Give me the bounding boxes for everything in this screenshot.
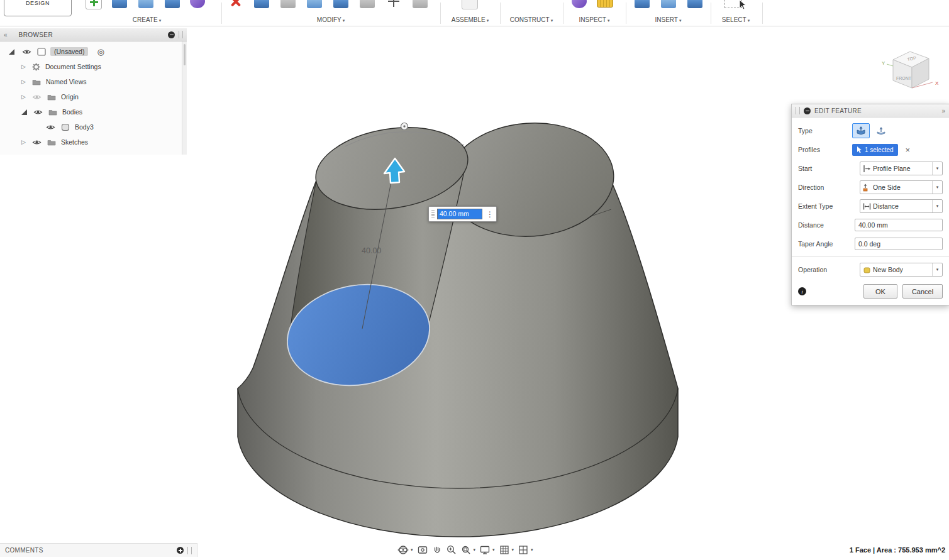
toolbar-separator: [711, 3, 711, 24]
profiles-selected-chip[interactable]: 1 selected: [852, 144, 898, 156]
create-menu[interactable]: CREATE▾: [72, 16, 221, 23]
comments-bar[interactable]: COMMENTS: [0, 543, 197, 557]
delete-icon[interactable]: [228, 0, 243, 8]
visibility-eye-hidden-icon[interactable]: [32, 94, 42, 101]
sphere-icon[interactable]: [190, 0, 205, 8]
tree-row-origin[interactable]: ▷ Origin: [0, 89, 187, 104]
taper-angle-input[interactable]: 0.0 deg: [855, 238, 943, 250]
offset-face-icon[interactable]: [360, 0, 375, 8]
inspect-menu[interactable]: INSPECT▾: [563, 16, 626, 23]
ruler-icon[interactable]: [597, 0, 613, 8]
expander-open-icon[interactable]: [9, 49, 14, 55]
dimension-input[interactable]: 40.00 mm: [437, 209, 482, 219]
viewports-icon[interactable]: [518, 544, 529, 556]
panel-grip-icon[interactable]: [179, 31, 183, 38]
joint-icon[interactable]: [462, 0, 478, 9]
distance-label: Distance: [798, 221, 848, 229]
combine-icon[interactable]: [333, 0, 348, 8]
minimize-browser-icon[interactable]: [168, 31, 175, 38]
tree-row-body3[interactable]: Body3: [0, 119, 187, 135]
type-extrude-button[interactable]: [852, 123, 870, 138]
start-select[interactable]: Profile Plane ▾: [860, 162, 943, 175]
display-settings-icon[interactable]: [479, 544, 491, 556]
cancel-button[interactable]: Cancel: [902, 284, 943, 299]
look-at-icon[interactable]: [417, 544, 428, 556]
extrude-icon[interactable]: [112, 0, 127, 8]
collapse-panel-icon[interactable]: «: [4, 31, 8, 38]
orbit-icon[interactable]: [397, 544, 409, 556]
visibility-eye-icon[interactable]: [22, 48, 31, 55]
tree-row-bodies[interactable]: Bodies: [0, 104, 187, 119]
capture-position-icon[interactable]: ◎: [97, 47, 104, 57]
view-cube[interactable]: TOP FRONT X Y: [877, 35, 949, 101]
expander-closed-icon[interactable]: ▷: [21, 79, 26, 85]
expand-dialog-icon[interactable]: »: [941, 107, 945, 114]
shell-icon[interactable]: [280, 0, 296, 8]
assemble-menu[interactable]: ASSEMBLE▾: [440, 16, 500, 23]
fit-view-icon[interactable]: [460, 544, 472, 556]
dialog-grip-icon[interactable]: [796, 107, 800, 114]
chevron-down-icon[interactable]: ▾: [411, 547, 413, 552]
clear-selection-icon[interactable]: ×: [906, 145, 911, 155]
insert-mesh-icon[interactable]: [635, 0, 650, 8]
visibility-eye-icon[interactable]: [33, 109, 43, 116]
align-icon[interactable]: [413, 0, 428, 8]
body-icon: [61, 123, 70, 131]
distance-input[interactable]: 40.00 mm: [855, 219, 943, 231]
grid-snap-icon[interactable]: [499, 544, 510, 556]
fillet-icon[interactable]: [307, 0, 322, 8]
type-thin-extrude-button[interactable]: [872, 123, 890, 138]
move-copy-icon[interactable]: [386, 0, 401, 8]
dialog-header[interactable]: EDIT FEATURE »: [792, 104, 949, 118]
cursor-icon[interactable]: [738, 0, 747, 10]
expander-open-icon[interactable]: [21, 109, 27, 115]
tree-row-sketches[interactable]: ▷ Sketches: [0, 135, 187, 150]
select-menu[interactable]: SELECT▾: [711, 16, 761, 23]
info-icon[interactable]: i: [798, 287, 806, 295]
expand-comments-icon[interactable]: [177, 547, 184, 554]
new-component-icon[interactable]: [86, 0, 102, 9]
insert-canvas-icon[interactable]: [687, 0, 702, 8]
tree-row-named-views[interactable]: ▷ Named Views: [0, 74, 187, 89]
expander-closed-icon[interactable]: ▷: [21, 94, 26, 100]
construct-menu[interactable]: CONSTRUCT▾: [500, 16, 563, 23]
panel-grip-icon[interactable]: [187, 547, 192, 554]
tree-row-document[interactable]: (Unsaved) ◎: [0, 44, 187, 59]
browser-title: BROWSER: [19, 31, 53, 38]
row-start: Start Profile Plane ▾: [792, 159, 949, 178]
insert-svg-icon[interactable]: [661, 0, 676, 8]
visibility-eye-icon[interactable]: [46, 124, 55, 131]
measure-icon[interactable]: [572, 0, 587, 8]
operation-select[interactable]: New Body ▾: [860, 263, 943, 277]
insert-menu[interactable]: INSERT▾: [626, 16, 711, 23]
toolbar-group-modify: MODIFY▾: [221, 0, 440, 26]
ok-button[interactable]: OK: [863, 284, 897, 299]
expander-closed-icon[interactable]: ▷: [21, 140, 26, 145]
chevron-down-icon: ▾: [932, 263, 942, 276]
direction-select[interactable]: One Side ▾: [860, 180, 943, 194]
operation-label: Operation: [798, 266, 848, 273]
browser-scrollbar[interactable]: [182, 41, 187, 155]
expander-closed-icon[interactable]: ▷: [21, 64, 26, 70]
toolbar-group-insert: INSERT▾: [626, 0, 711, 26]
chevron-down-icon[interactable]: ▾: [512, 547, 514, 552]
tree-row-document-settings[interactable]: ▷ Document Settings: [0, 59, 187, 74]
dimension-text: 40.00: [362, 246, 381, 255]
chevron-down-icon[interactable]: ▾: [474, 547, 476, 552]
sweep-icon[interactable]: [165, 0, 180, 8]
pan-hand-icon[interactable]: [431, 544, 443, 556]
workspace-switcher[interactable]: DESIGN: [4, 0, 72, 16]
press-pull-icon[interactable]: [254, 0, 269, 8]
document-name[interactable]: (Unsaved): [50, 47, 88, 56]
collapse-dialog-icon[interactable]: [804, 107, 811, 114]
chevron-down-icon[interactable]: ▾: [531, 547, 533, 552]
chevron-down-icon[interactable]: ▾: [492, 547, 495, 552]
direction-label: Direction: [798, 184, 848, 191]
modify-menu[interactable]: MODIFY▾: [221, 16, 440, 23]
extent-type-select[interactable]: Distance ▾: [860, 199, 943, 213]
zoom-icon[interactable]: [446, 544, 457, 556]
drag-grip-icon[interactable]: [431, 210, 435, 218]
more-options-icon[interactable]: ⋮: [486, 211, 494, 218]
visibility-eye-icon[interactable]: [32, 139, 42, 146]
revolve-icon[interactable]: [138, 0, 153, 8]
